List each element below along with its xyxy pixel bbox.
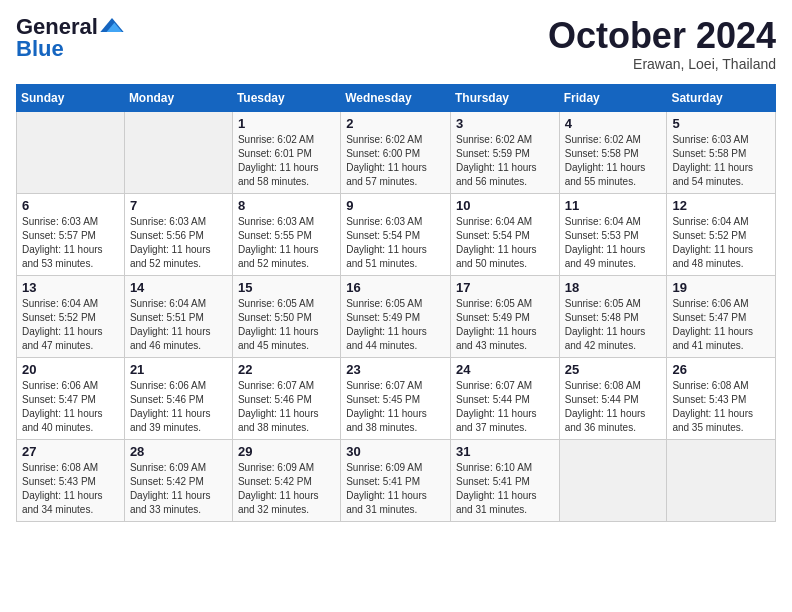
day-info: Sunrise: 6:05 AMSunset: 5:50 PMDaylight:… (238, 297, 335, 353)
calendar-cell: 3Sunrise: 6:02 AMSunset: 5:59 PMDaylight… (450, 111, 559, 193)
calendar-cell: 10Sunrise: 6:04 AMSunset: 5:54 PMDayligh… (450, 193, 559, 275)
calendar-cell: 4Sunrise: 6:02 AMSunset: 5:58 PMDaylight… (559, 111, 667, 193)
day-info: Sunrise: 6:07 AMSunset: 5:44 PMDaylight:… (456, 379, 554, 435)
day-number: 15 (238, 280, 335, 295)
day-number: 11 (565, 198, 662, 213)
calendar-cell: 22Sunrise: 6:07 AMSunset: 5:46 PMDayligh… (232, 357, 340, 439)
day-info: Sunrise: 6:03 AMSunset: 5:56 PMDaylight:… (130, 215, 227, 271)
day-info: Sunrise: 6:02 AMSunset: 6:01 PMDaylight:… (238, 133, 335, 189)
day-number: 10 (456, 198, 554, 213)
day-number: 30 (346, 444, 445, 459)
calendar-week-4: 20Sunrise: 6:06 AMSunset: 5:47 PMDayligh… (17, 357, 776, 439)
day-number: 12 (672, 198, 770, 213)
calendar-cell: 23Sunrise: 6:07 AMSunset: 5:45 PMDayligh… (341, 357, 451, 439)
calendar-cell (667, 439, 776, 521)
calendar-cell: 26Sunrise: 6:08 AMSunset: 5:43 PMDayligh… (667, 357, 776, 439)
calendar-cell: 13Sunrise: 6:04 AMSunset: 5:52 PMDayligh… (17, 275, 125, 357)
day-number: 16 (346, 280, 445, 295)
month-title: October 2024 (548, 16, 776, 56)
day-info: Sunrise: 6:03 AMSunset: 5:57 PMDaylight:… (22, 215, 119, 271)
calendar-week-3: 13Sunrise: 6:04 AMSunset: 5:52 PMDayligh… (17, 275, 776, 357)
day-number: 27 (22, 444, 119, 459)
title-section: October 2024 Erawan, Loei, Thailand (548, 16, 776, 72)
day-info: Sunrise: 6:09 AMSunset: 5:42 PMDaylight:… (130, 461, 227, 517)
day-info: Sunrise: 6:02 AMSunset: 6:00 PMDaylight:… (346, 133, 445, 189)
day-info: Sunrise: 6:02 AMSunset: 5:59 PMDaylight:… (456, 133, 554, 189)
day-number: 31 (456, 444, 554, 459)
calendar-cell: 29Sunrise: 6:09 AMSunset: 5:42 PMDayligh… (232, 439, 340, 521)
calendar-cell: 21Sunrise: 6:06 AMSunset: 5:46 PMDayligh… (124, 357, 232, 439)
day-number: 17 (456, 280, 554, 295)
day-info: Sunrise: 6:08 AMSunset: 5:44 PMDaylight:… (565, 379, 662, 435)
day-info: Sunrise: 6:04 AMSunset: 5:51 PMDaylight:… (130, 297, 227, 353)
day-number: 22 (238, 362, 335, 377)
day-number: 7 (130, 198, 227, 213)
day-info: Sunrise: 6:08 AMSunset: 5:43 PMDaylight:… (22, 461, 119, 517)
calendar-cell: 12Sunrise: 6:04 AMSunset: 5:52 PMDayligh… (667, 193, 776, 275)
day-number: 9 (346, 198, 445, 213)
calendar-cell: 30Sunrise: 6:09 AMSunset: 5:41 PMDayligh… (341, 439, 451, 521)
day-info: Sunrise: 6:06 AMSunset: 5:46 PMDaylight:… (130, 379, 227, 435)
calendar-week-2: 6Sunrise: 6:03 AMSunset: 5:57 PMDaylight… (17, 193, 776, 275)
calendar-cell: 2Sunrise: 6:02 AMSunset: 6:00 PMDaylight… (341, 111, 451, 193)
calendar-cell: 14Sunrise: 6:04 AMSunset: 5:51 PMDayligh… (124, 275, 232, 357)
day-number: 2 (346, 116, 445, 131)
day-info: Sunrise: 6:10 AMSunset: 5:41 PMDaylight:… (456, 461, 554, 517)
day-info: Sunrise: 6:09 AMSunset: 5:42 PMDaylight:… (238, 461, 335, 517)
day-number: 18 (565, 280, 662, 295)
day-number: 19 (672, 280, 770, 295)
calendar-cell: 5Sunrise: 6:03 AMSunset: 5:58 PMDaylight… (667, 111, 776, 193)
day-info: Sunrise: 6:08 AMSunset: 5:43 PMDaylight:… (672, 379, 770, 435)
day-info: Sunrise: 6:06 AMSunset: 5:47 PMDaylight:… (672, 297, 770, 353)
calendar-cell: 19Sunrise: 6:06 AMSunset: 5:47 PMDayligh… (667, 275, 776, 357)
day-number: 8 (238, 198, 335, 213)
calendar-cell: 25Sunrise: 6:08 AMSunset: 5:44 PMDayligh… (559, 357, 667, 439)
calendar-week-5: 27Sunrise: 6:08 AMSunset: 5:43 PMDayligh… (17, 439, 776, 521)
header-monday: Monday (124, 84, 232, 111)
calendar-cell: 17Sunrise: 6:05 AMSunset: 5:49 PMDayligh… (450, 275, 559, 357)
header-tuesday: Tuesday (232, 84, 340, 111)
day-number: 28 (130, 444, 227, 459)
header-friday: Friday (559, 84, 667, 111)
day-info: Sunrise: 6:04 AMSunset: 5:52 PMDaylight:… (22, 297, 119, 353)
calendar-cell (124, 111, 232, 193)
day-info: Sunrise: 6:03 AMSunset: 5:54 PMDaylight:… (346, 215, 445, 271)
weekday-header-row: Sunday Monday Tuesday Wednesday Thursday… (17, 84, 776, 111)
calendar-cell (559, 439, 667, 521)
day-info: Sunrise: 6:05 AMSunset: 5:49 PMDaylight:… (456, 297, 554, 353)
day-info: Sunrise: 6:07 AMSunset: 5:45 PMDaylight:… (346, 379, 445, 435)
day-info: Sunrise: 6:05 AMSunset: 5:48 PMDaylight:… (565, 297, 662, 353)
calendar-cell: 31Sunrise: 6:10 AMSunset: 5:41 PMDayligh… (450, 439, 559, 521)
day-number: 5 (672, 116, 770, 131)
calendar-cell: 11Sunrise: 6:04 AMSunset: 5:53 PMDayligh… (559, 193, 667, 275)
day-info: Sunrise: 6:03 AMSunset: 5:58 PMDaylight:… (672, 133, 770, 189)
logo-blue: Blue (16, 36, 64, 62)
day-number: 26 (672, 362, 770, 377)
page-header: General Blue October 2024 Erawan, Loei, … (16, 16, 776, 72)
calendar-week-1: 1Sunrise: 6:02 AMSunset: 6:01 PMDaylight… (17, 111, 776, 193)
calendar-table: Sunday Monday Tuesday Wednesday Thursday… (16, 84, 776, 522)
day-number: 23 (346, 362, 445, 377)
calendar-cell: 6Sunrise: 6:03 AMSunset: 5:57 PMDaylight… (17, 193, 125, 275)
day-number: 6 (22, 198, 119, 213)
calendar-cell: 16Sunrise: 6:05 AMSunset: 5:49 PMDayligh… (341, 275, 451, 357)
calendar-cell: 18Sunrise: 6:05 AMSunset: 5:48 PMDayligh… (559, 275, 667, 357)
day-number: 20 (22, 362, 119, 377)
calendar-cell (17, 111, 125, 193)
day-number: 24 (456, 362, 554, 377)
location-subtitle: Erawan, Loei, Thailand (548, 56, 776, 72)
day-info: Sunrise: 6:05 AMSunset: 5:49 PMDaylight:… (346, 297, 445, 353)
calendar-cell: 8Sunrise: 6:03 AMSunset: 5:55 PMDaylight… (232, 193, 340, 275)
day-number: 13 (22, 280, 119, 295)
logo-icon (100, 18, 124, 32)
header-sunday: Sunday (17, 84, 125, 111)
calendar-cell: 9Sunrise: 6:03 AMSunset: 5:54 PMDaylight… (341, 193, 451, 275)
day-info: Sunrise: 6:04 AMSunset: 5:53 PMDaylight:… (565, 215, 662, 271)
logo-text: General (16, 16, 98, 38)
logo: General Blue (16, 16, 124, 62)
header-saturday: Saturday (667, 84, 776, 111)
day-number: 1 (238, 116, 335, 131)
calendar-cell: 20Sunrise: 6:06 AMSunset: 5:47 PMDayligh… (17, 357, 125, 439)
calendar-cell: 28Sunrise: 6:09 AMSunset: 5:42 PMDayligh… (124, 439, 232, 521)
day-number: 4 (565, 116, 662, 131)
